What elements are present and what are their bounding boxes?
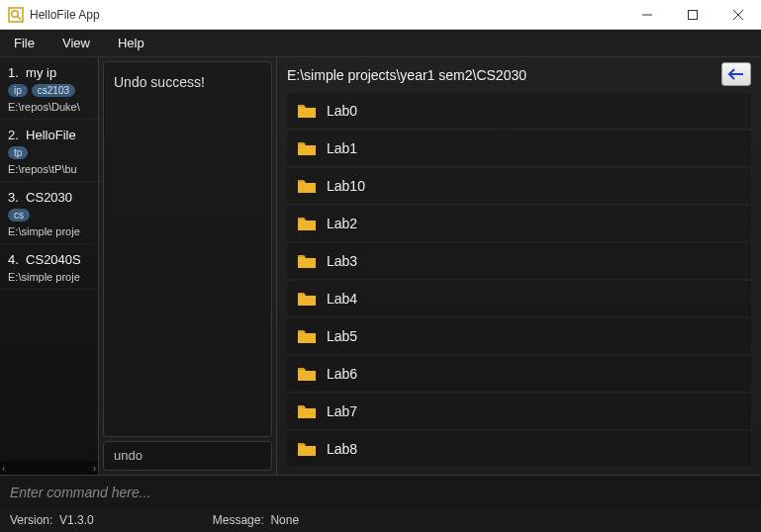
sidebar-item-path: E:\repos\tP\bu [8, 163, 92, 175]
scroll-right-icon[interactable]: › [93, 463, 96, 474]
sidebar-item-title: CS2040S [26, 252, 81, 267]
file-name: Lab6 [327, 366, 357, 382]
file-name: Lab0 [327, 103, 357, 119]
tag: tp [8, 146, 28, 159]
sidebar-item-title: CS2030 [26, 190, 72, 205]
file-list: Lab0 Lab1 Lab10 Lab2 Lab3 Lab4 Lab5 Lab6… [277, 93, 761, 475]
file-row[interactable]: Lab4 [287, 281, 751, 317]
menu-help[interactable]: Help [118, 36, 144, 50]
file-name: Lab5 [327, 328, 357, 344]
file-name: Lab10 [327, 178, 365, 194]
file-name: Lab4 [327, 291, 357, 307]
folder-icon [297, 253, 317, 269]
tag: cs2103 [32, 84, 75, 97]
sidebar-item-path: E:\repos\Duke\ [8, 101, 92, 113]
path-header: E:\simple projects\year1 sem2\CS2030 [277, 57, 761, 93]
file-row[interactable]: Lab8 [287, 431, 751, 468]
tag: cs [8, 209, 30, 222]
version: Version: V1.3.0 [10, 513, 94, 527]
window-controls [624, 0, 761, 30]
file-name: Lab1 [327, 140, 357, 156]
svg-point-1 [12, 10, 19, 17]
folder-icon [297, 216, 317, 231]
sidebar-item-index: 4. [8, 252, 19, 267]
result-message: Undo success! [103, 61, 272, 437]
folder-icon [297, 140, 317, 156]
command-input[interactable] [10, 485, 751, 500]
svg-rect-4 [689, 11, 698, 20]
last-command: undo [103, 441, 272, 471]
sidebar-item-index: 1. [8, 65, 19, 80]
file-name: Lab8 [327, 441, 357, 457]
sidebar-item-index: 3. [8, 190, 19, 205]
file-row[interactable]: Lab1 [287, 131, 751, 167]
folder-icon [297, 403, 317, 419]
file-name: Lab3 [327, 253, 357, 269]
sidebar-item[interactable]: 2. HelloFile tp E:\repos\tP\bu [0, 120, 98, 182]
status-message: Message: None [213, 513, 299, 527]
arrow-left-icon [727, 68, 745, 80]
main-panel: E:\simple projects\year1 sem2\CS2030 Lab… [277, 57, 761, 475]
file-row[interactable]: Lab10 [287, 168, 751, 205]
menu-view[interactable]: View [62, 36, 90, 50]
tag: ip [8, 84, 28, 97]
folder-icon [297, 291, 317, 307]
maximize-button[interactable] [670, 0, 715, 30]
folder-icon [297, 178, 317, 194]
sidebar-item-title: my ip [26, 65, 56, 80]
sidebar-item[interactable]: 1. my ip ipcs2103 E:\repos\Duke\ [0, 57, 98, 120]
window-title: HelloFile App [30, 8, 100, 22]
command-bar [0, 475, 761, 508]
scroll-left-icon[interactable]: ‹ [2, 463, 5, 474]
close-button[interactable] [715, 0, 761, 30]
file-row[interactable]: Lab2 [287, 206, 751, 242]
file-row[interactable]: Lab3 [287, 243, 751, 280]
svg-line-2 [18, 16, 22, 20]
file-name: Lab7 [327, 403, 357, 419]
menu-file[interactable]: File [14, 36, 35, 50]
sidebar: 1. my ip ipcs2103 E:\repos\Duke\ 2. Hell… [0, 57, 99, 475]
app-icon [8, 7, 24, 23]
file-row[interactable]: Lab5 [287, 318, 751, 355]
current-path: E:\simple projects\year1 sem2\CS2030 [287, 67, 526, 83]
folder-icon [297, 366, 317, 382]
folder-icon [297, 103, 317, 119]
file-row[interactable]: Lab7 [287, 394, 751, 430]
sidebar-item[interactable]: 4. CS2040S E:\simple proje [0, 244, 98, 290]
sidebar-item-path: E:\simple proje [8, 225, 92, 237]
sidebar-item-path: E:\simple proje [8, 271, 92, 283]
sidebar-item-index: 2. [8, 128, 19, 142]
result-panel: Undo success! undo [99, 57, 277, 475]
sidebar-scrollbar[interactable]: ‹ › [0, 461, 98, 475]
folder-icon [297, 441, 317, 457]
back-button[interactable] [721, 62, 751, 86]
sidebar-item[interactable]: 3. CS2030 cs E:\simple proje [0, 182, 98, 244]
minimize-button[interactable] [624, 0, 670, 30]
file-row[interactable]: Lab0 [287, 93, 751, 130]
menubar: File View Help [0, 30, 761, 57]
sidebar-item-title: HelloFile [26, 128, 76, 142]
file-name: Lab2 [327, 216, 357, 231]
titlebar: HelloFile App [0, 0, 761, 30]
status-bar: Version: V1.3.0 Message: None [0, 508, 761, 532]
folder-icon [297, 328, 317, 344]
file-row[interactable]: Lab6 [287, 356, 751, 393]
